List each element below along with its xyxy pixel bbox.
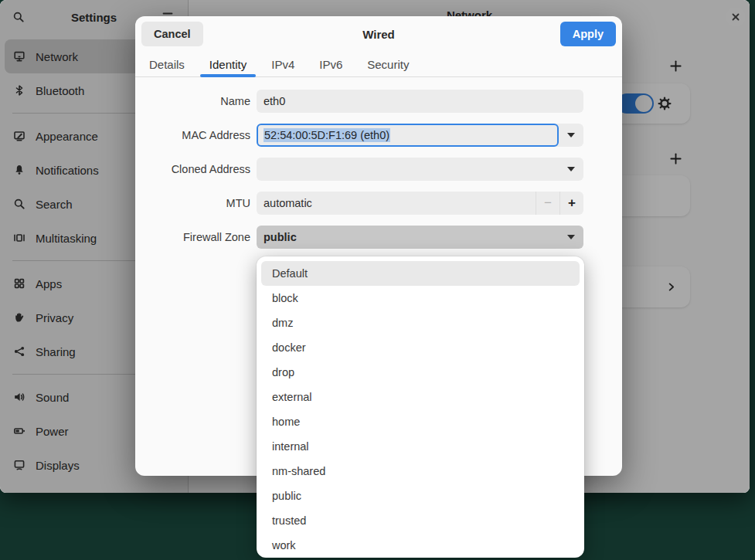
zone-option-drop[interactable]: drop xyxy=(261,360,580,385)
cancel-button[interactable]: Cancel xyxy=(141,22,203,46)
mac-address-input[interactable]: 52:54:00:5D:F1:69 (eth0) xyxy=(257,124,559,147)
dialog-title: Wired xyxy=(135,28,622,41)
mac-address-dropdown-button[interactable] xyxy=(559,124,583,147)
zone-option-default[interactable]: Default xyxy=(261,261,580,286)
firewall-zone-dropdown-button[interactable] xyxy=(559,226,583,249)
zone-option-block[interactable]: block xyxy=(261,286,580,311)
dialog-header: Wired Cancel Apply xyxy=(135,16,622,52)
zone-option-home[interactable]: home xyxy=(261,409,580,434)
firewall-zone-value: public xyxy=(257,231,559,243)
tab-identity[interactable]: Identity xyxy=(200,52,256,76)
dialog-tabbar: DetailsIdentityIPv4IPv6Security xyxy=(135,52,622,77)
chevron-down-icon xyxy=(567,235,575,239)
tab-security[interactable]: Security xyxy=(358,52,418,76)
mac-address-label: MAC Address xyxy=(135,124,250,147)
firewall-zone-combo[interactable]: public xyxy=(257,226,583,249)
mtu-increment-button[interactable]: + xyxy=(559,192,583,215)
mtu-label: MTU xyxy=(135,192,250,215)
zone-option-external[interactable]: external xyxy=(261,385,580,409)
desktop: Settings NetworkBluetoothAppearanceNotif… xyxy=(0,0,755,560)
firewall-zone-label: Firewall Zone xyxy=(135,226,250,249)
tab-ipv6[interactable]: IPv6 xyxy=(310,52,352,76)
cloned-address-dropdown-button[interactable] xyxy=(559,158,583,181)
identity-form: Name eth0 MAC Address 52:54:00:5D:F1:69 … xyxy=(135,90,622,249)
zone-option-nm-shared[interactable]: nm-shared xyxy=(261,459,580,484)
mac-address-selected-text: 52:54:00:5D:F1:69 (eth0) xyxy=(264,128,390,142)
tab-details[interactable]: Details xyxy=(140,52,194,76)
zone-option-docker[interactable]: docker xyxy=(261,335,580,360)
apply-button[interactable]: Apply xyxy=(560,22,616,46)
chevron-down-icon xyxy=(567,133,575,137)
cloned-address-label: Cloned Address xyxy=(135,158,250,181)
name-input[interactable]: eth0 xyxy=(257,90,583,113)
zone-option-internal[interactable]: internal xyxy=(261,434,580,459)
mac-address-combo: 52:54:00:5D:F1:69 (eth0) xyxy=(257,124,583,147)
name-value: eth0 xyxy=(264,95,285,107)
mtu-input[interactable]: automatic xyxy=(257,192,536,215)
cloned-address-combo xyxy=(257,158,583,181)
name-label: Name xyxy=(135,90,250,113)
firewall-zone-dropdown: Defaultblockdmzdockerdropexternalhomeint… xyxy=(257,256,584,558)
zone-option-dmz[interactable]: dmz xyxy=(261,311,580,335)
tab-ipv4[interactable]: IPv4 xyxy=(262,52,304,76)
zone-option-public[interactable]: public xyxy=(261,484,580,508)
chevron-down-icon xyxy=(567,167,575,171)
mtu-decrement-button[interactable]: − xyxy=(536,192,559,215)
zone-option-trusted[interactable]: trusted xyxy=(261,508,580,533)
mtu-spinbutton: automatic − + xyxy=(257,192,583,215)
zone-option-work[interactable]: work xyxy=(261,533,580,558)
